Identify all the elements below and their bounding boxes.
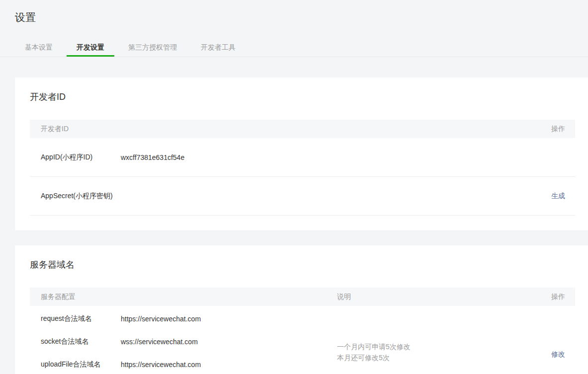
table-row-appid: AppID(小程序ID) wxcff7381e631cf54e xyxy=(30,138,575,177)
column-header-operation: 操作 xyxy=(551,125,565,134)
tab-developer-tools[interactable]: 开发者工具 xyxy=(191,39,246,57)
table-row-appsecret: AppSecret(小程序密钥) 生成 xyxy=(30,177,575,216)
uploadfile-domain-label: uploadFile合法域名 xyxy=(41,360,121,369)
appsecret-label: AppSecret(小程序密钥) xyxy=(41,192,121,201)
generate-appsecret-link[interactable]: 生成 xyxy=(551,192,565,201)
tab-third-party-authorization[interactable]: 第三方授权管理 xyxy=(118,39,187,57)
page-title: 设置 xyxy=(0,0,588,23)
domain-operation-cell: 修改 xyxy=(551,307,565,374)
table-row-socket-domain: socket合法域名 wss://servicewechat.com xyxy=(41,330,337,353)
request-domain-value: https://servicewechat.com xyxy=(121,315,201,323)
uploadfile-domain-value: https://servicewechat.com xyxy=(121,361,201,369)
socket-domain-label: socket合法域名 xyxy=(41,337,121,346)
column-header-server-config: 服务器配置 xyxy=(41,293,337,301)
column-header-developer-id: 开发者ID xyxy=(41,125,551,134)
modify-domains-link[interactable]: 修改 xyxy=(551,350,565,358)
column-header-description: 说明 xyxy=(337,293,551,301)
socket-domain-value: wss://servicewechat.com xyxy=(121,338,198,346)
appid-value: wxcff7381e631cf54e xyxy=(121,153,565,161)
settings-tab-bar: 基本设置 开发设置 第三方授权管理 开发者工具 xyxy=(0,39,588,57)
server-domain-card: 服务器域名 服务器配置 说明 操作 request合法域名 https://se… xyxy=(15,245,588,374)
request-domain-label: request合法域名 xyxy=(41,314,121,323)
tab-basic-settings[interactable]: 基本设置 xyxy=(15,39,63,57)
tab-development-settings[interactable]: 开发设置 xyxy=(67,39,114,57)
server-domain-card-title: 服务器域名 xyxy=(30,259,575,270)
quota-line-monthly-limit: 一个月内可申请5次修改 xyxy=(337,341,551,352)
quota-line-remaining: 本月还可修改5次 xyxy=(337,352,551,363)
appid-label: AppID(小程序ID) xyxy=(41,153,121,162)
developer-id-table-header: 开发者ID 操作 xyxy=(30,120,575,138)
server-domain-table-body: request合法域名 https://servicewechat.com so… xyxy=(30,306,575,374)
table-row-uploadfile-domain: uploadFile合法域名 https://servicewechat.com xyxy=(41,353,337,374)
domain-list: request合法域名 https://servicewechat.com so… xyxy=(41,307,337,374)
server-domain-table-header: 服务器配置 说明 操作 xyxy=(30,288,575,306)
developer-id-card: 开发者ID 开发者ID 操作 AppID(小程序ID) wxcff7381e63… xyxy=(15,77,588,230)
developer-id-card-title: 开发者ID xyxy=(30,91,575,102)
table-row-request-domain: request合法域名 https://servicewechat.com xyxy=(41,307,337,330)
column-header-operation: 操作 xyxy=(551,293,565,301)
modification-quota-description: 一个月内可申请5次修改 本月还可修改5次 xyxy=(337,307,551,374)
